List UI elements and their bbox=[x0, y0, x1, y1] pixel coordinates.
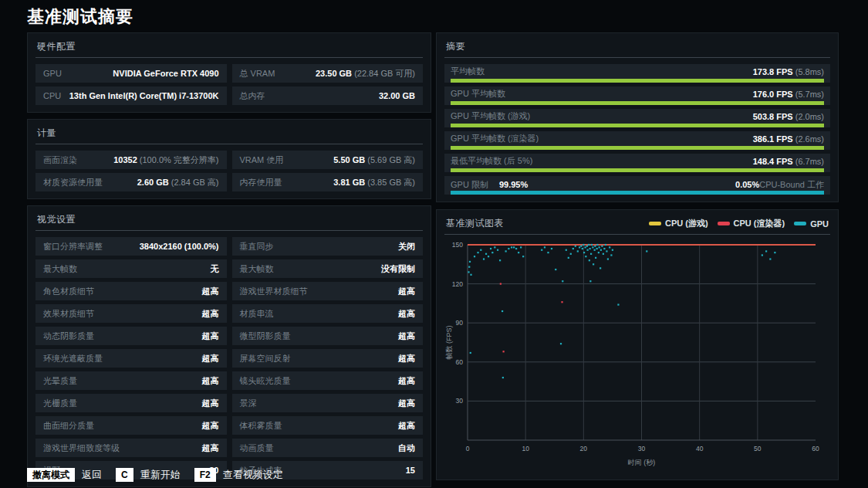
visual-settings-grid: 窗口分辨率调整3840x2160 (100.0%)垂直同步关闭最大帧数无最大帧数… bbox=[35, 237, 423, 480]
metric-row-note: (3.85 GB 高) bbox=[365, 178, 415, 187]
visual-setting-row: 最大帧数没有限制 bbox=[232, 259, 424, 278]
visual-setting-row-label: 曲面细分质量 bbox=[43, 420, 94, 432]
visual-setting-row-label: 环境光遮蔽质量 bbox=[43, 353, 103, 364]
visual-setting-row-value: 超高 bbox=[398, 398, 415, 409]
benchmark-chart: 3060901201500102030405060时间 (秒)帧数 (FPS) bbox=[444, 238, 831, 469]
visual-setting-row-label: 动画质量 bbox=[240, 442, 274, 454]
visual-setting-row-value: 超高 bbox=[398, 375, 415, 387]
visual-setting-row: 体积雾质量超高 bbox=[232, 416, 424, 435]
visual-setting-row: 游戏世界细致度等级超高 bbox=[35, 439, 227, 457]
metric-row: 画面渲染10352 (100.0% 完整分辨率) bbox=[35, 151, 227, 169]
visual-setting-row-label: 屏幕空间反射 bbox=[240, 353, 291, 364]
metric-row-note: (5.69 GB 高) bbox=[365, 155, 415, 164]
fps-bar-fill bbox=[451, 124, 824, 127]
summary-header: 摘要 bbox=[444, 38, 830, 58]
summary-rows: 平均帧数173.8 FPS (5.8ms)GPU 平均帧数176.0 FPS (… bbox=[444, 64, 830, 195]
hotkey-key-badge: C bbox=[116, 468, 133, 482]
chart-legend: CPU (游戏)CPU (渲染器)GPU bbox=[649, 218, 829, 229]
svg-text:30: 30 bbox=[456, 397, 464, 405]
summary-metric-label: GPU 平均帧数 bbox=[451, 88, 505, 100]
visual-setting-row: 环境光遮蔽质量超高 bbox=[35, 349, 227, 368]
summary-metric-label: 最低平均帧数 (后 5%) bbox=[451, 155, 532, 167]
hotkey-item-back[interactable]: 撤离模式返回 bbox=[27, 468, 102, 482]
hardware-row: 总内存32.00 GB bbox=[232, 86, 424, 105]
visual-setting-row-label: 体积雾质量 bbox=[240, 420, 282, 432]
cpu-bound-value: 0.05% bbox=[735, 180, 759, 189]
summary-metric-frametime: (5.7ms) bbox=[795, 90, 824, 99]
legend-item: GPU bbox=[794, 219, 829, 229]
metric-row-note: (2.84 GB 高) bbox=[169, 178, 219, 187]
svg-text:60: 60 bbox=[456, 358, 464, 366]
visual-setting-row: 微型阴影质量超高 bbox=[232, 327, 424, 345]
svg-text:60: 60 bbox=[812, 445, 819, 452]
summary-panel: 摘要 平均帧数173.8 FPS (5.8ms)GPU 平均帧数176.0 FP… bbox=[436, 32, 839, 202]
legend-item: CPU (渲染器) bbox=[718, 218, 785, 229]
visual-setting-row: 曲面细分质量超高 bbox=[35, 416, 227, 435]
metrics-grid: 画面渲染10352 (100.0% 完整分辨率)VRAM 使用5.50 GB (… bbox=[35, 151, 423, 191]
legend-label: CPU (渲染器) bbox=[734, 218, 785, 229]
visual-setting-row-label: 角色材质细节 bbox=[43, 286, 94, 297]
visual-setting-row-value: 关闭 bbox=[398, 241, 415, 252]
summary-metric-value: 386.1 FPS (2.6ms) bbox=[753, 134, 824, 144]
hardware-row-value: 32.00 GB bbox=[379, 91, 415, 100]
visual-setting-row-value: 超高 bbox=[202, 308, 219, 320]
summary-metric-value: 503.8 FPS (2.0ms) bbox=[753, 112, 824, 121]
hardware-config-panel: 硬件配置 GPUNVIDIA GeForce RTX 4090总 VRAM23.… bbox=[27, 32, 431, 113]
hotkey-item-restart[interactable]: C重新开始 bbox=[116, 468, 181, 482]
metric-row-label: VRAM 使用 bbox=[240, 154, 284, 166]
visual-setting-row-value: 自动 bbox=[398, 442, 415, 454]
visual-setting-row-value: 超高 bbox=[202, 330, 219, 342]
visual-setting-row: 角色材质细节超高 bbox=[35, 282, 227, 300]
visual-setting-row: 最大帧数无 bbox=[35, 259, 227, 278]
metric-row: 材质资源使用量2.60 GB (2.84 GB 高) bbox=[35, 173, 227, 191]
benchmark-chart-panel: 基准测试图表 CPU (游戏)CPU (渲染器)GPU 306090120150… bbox=[436, 209, 839, 480]
visual-setting-row-value: 超高 bbox=[202, 420, 219, 432]
chart-header-row: 基准测试图表 CPU (游戏)CPU (渲染器)GPU bbox=[444, 215, 830, 235]
summary-metric-label: 平均帧数 bbox=[451, 66, 485, 77]
summary-metric-value: 148.4 FPS (6.7ms) bbox=[753, 157, 824, 166]
summary-metric-label: GPU 平均帧数 (游戏) bbox=[451, 110, 530, 122]
visual-setting-row-value: 超高 bbox=[202, 353, 219, 364]
visual-setting-row: 效果材质细节超高 bbox=[35, 304, 227, 323]
visual-setting-row-value: 超高 bbox=[202, 442, 219, 454]
gpu-limit-row: GPU 限制99.95%0.05%CPU-Bound 工作 bbox=[444, 176, 830, 195]
gpu-limit-value: 99.95% bbox=[499, 180, 528, 189]
hotkey-key-badge: F2 bbox=[194, 468, 216, 482]
visual-setting-row: 镜头眩光质量超高 bbox=[232, 371, 424, 390]
svg-text:帧数 (FPS): 帧数 (FPS) bbox=[445, 325, 453, 359]
visual-setting-row-value: 超高 bbox=[202, 398, 219, 409]
legend-swatch bbox=[649, 222, 661, 225]
visual-setting-row: 窗口分辨率调整3840x2160 (100.0%) bbox=[35, 237, 227, 256]
visual-setting-row-label: 垂直同步 bbox=[240, 241, 274, 252]
fps-bar-fill bbox=[451, 146, 824, 150]
svg-text:50: 50 bbox=[754, 445, 762, 452]
summary-metric-label: GPU 平均帧数 (渲染器) bbox=[451, 133, 539, 144]
visual-setting-row-label: 最大帧数 bbox=[240, 263, 274, 275]
fps-bar-track bbox=[451, 168, 824, 172]
summary-metric-row: GPU 平均帧数176.0 FPS (5.7ms) bbox=[444, 86, 830, 105]
fps-bar-track bbox=[451, 79, 824, 83]
visual-setting-row: 垂直同步关闭 bbox=[232, 237, 424, 256]
hardware-row-value: NVIDIA GeForce RTX 4090 bbox=[113, 69, 218, 78]
metric-row-value: 3.81 GB (3.85 GB 高) bbox=[333, 177, 415, 188]
visual-setting-row-value: 3840x2160 (100.0%) bbox=[140, 242, 219, 251]
left-column: 硬件配置 GPUNVIDIA GeForce RTX 4090总 VRAM23.… bbox=[27, 32, 431, 488]
summary-metric-row: GPU 平均帧数 (游戏)503.8 FPS (2.0ms) bbox=[444, 109, 830, 127]
hardware-row-label: GPU bbox=[43, 69, 62, 78]
metric-row-value: 10352 (100.0% 完整分辨率) bbox=[113, 154, 218, 166]
svg-text:40: 40 bbox=[696, 445, 704, 452]
visual-setting-row-label: 光晕质量 bbox=[43, 375, 77, 387]
visual-setting-row-label: 效果材质细节 bbox=[43, 308, 94, 320]
svg-text:30: 30 bbox=[638, 445, 646, 452]
metric-row: 内存使用量3.81 GB (3.85 GB 高) bbox=[232, 173, 424, 191]
svg-text:10: 10 bbox=[522, 445, 529, 452]
hotkey-item-video-settings[interactable]: F2查看视频设定 bbox=[194, 468, 283, 482]
visual-setting-row-value: 超高 bbox=[202, 286, 219, 297]
summary-metric-frametime: (5.8ms) bbox=[795, 67, 824, 76]
visual-setting-row-label: 镜头眩光质量 bbox=[240, 375, 291, 387]
metric-row-label: 画面渲染 bbox=[43, 154, 77, 166]
visual-setting-row-value: 超高 bbox=[398, 330, 415, 342]
hardware-row-label: CPU bbox=[43, 91, 61, 100]
page-title: 基准测试摘要 bbox=[27, 5, 133, 29]
visual-setting-row: 景深超高 bbox=[232, 394, 424, 412]
